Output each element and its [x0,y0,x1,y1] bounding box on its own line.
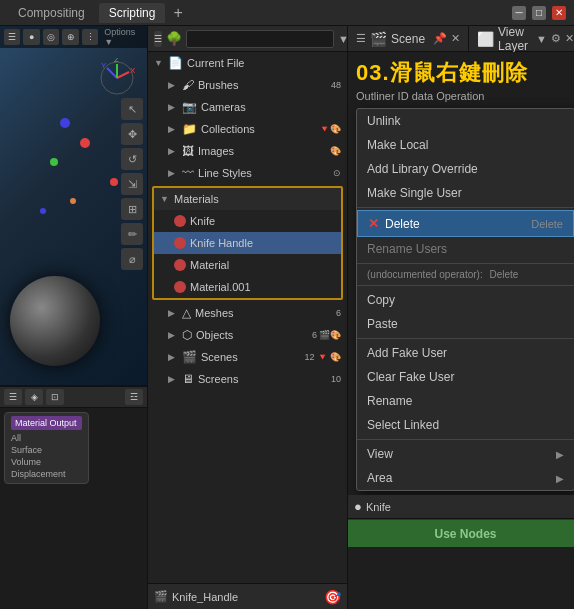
outliner-item-label: Current File [187,57,244,69]
material-icon [174,215,186,227]
node-view-button[interactable]: ☲ [125,389,143,405]
arrow-icon: ▶ [168,80,180,90]
tab-compositing[interactable]: Compositing [8,3,95,23]
left-panel: ☰ ● ◎ ⊕ ⋮ Options ▼ X Y [0,26,148,609]
view-layer-close-icon[interactable]: ✕ [565,32,574,45]
close-button[interactable]: ✕ [552,6,566,20]
outliner-item-scenes[interactable]: ▶ 🎬 Scenes 12 🔻 🎨 [148,346,347,368]
ctx-item-view[interactable]: View ▶ [357,442,574,466]
add-tab-button[interactable]: + [169,4,186,22]
mat-item-material-001[interactable]: Material.001 [154,276,341,298]
ctx-item-label: View [367,447,393,461]
mat-item-label: Knife [190,215,215,227]
outliner-item-screens[interactable]: ▶ 🖥 Screens 10 [148,368,347,390]
right-panel: ☰ 🎬 Scene 📌 ✕ ⬜ View Layer ▼ ⚙ ✕ 03.滑鼠右鍵… [348,26,574,609]
ctx-item-label: Rename [367,394,412,408]
outliner-item-images[interactable]: ▶ 🖼 Images 🎨 [148,140,347,162]
mat-item-material[interactable]: Material [154,254,341,276]
ctx-item-label: Area [367,471,392,485]
tool-move[interactable]: ✥ [121,123,143,145]
ctx-item-unlink[interactable]: Unlink [357,109,574,133]
scene-dot-green [50,158,58,166]
tool-cursor[interactable]: ↖ [121,98,143,120]
tool-rotate[interactable]: ↺ [121,148,143,170]
ctx-item-label: Delete [385,217,420,231]
bottom-action-icon[interactable]: 🎯 [324,589,341,605]
ctx-item-area[interactable]: Area ▶ [357,466,574,490]
ctx-item-make-single-user[interactable]: Make Single User [357,181,574,205]
material-sphere-icon: ● [354,499,362,514]
scene-dot-blue [60,118,70,128]
scene-close-icon[interactable]: ✕ [451,32,460,45]
ctx-item-label: Unlink [367,114,400,128]
node-type-button[interactable]: ◈ [25,389,43,405]
3d-viewport[interactable]: ☰ ● ◎ ⊕ ⋮ Options ▼ X Y [0,26,147,386]
use-nodes-button[interactable]: Use Nodes [348,519,574,547]
ctx-item-add-library-override[interactable]: Add Library Override [357,157,574,181]
ctx-item-delete[interactable]: ✕ Delete Delete [357,210,574,237]
mat-item-label: Material [190,259,229,271]
outliner-item-current-file[interactable]: ▼ 📄 Current File [148,52,347,74]
tool-scale[interactable]: ⇲ [121,173,143,195]
header-menu-icon[interactable]: ☰ [356,32,366,45]
tool-measure[interactable]: ⌀ [121,248,143,270]
view-layer-pin-icon[interactable]: ⚙ [551,32,561,45]
outliner-icon: 🌳 [166,31,182,46]
tool-transform[interactable]: ⊞ [121,198,143,220]
tool-annotate[interactable]: ✏ [121,223,143,245]
mat-item-knife-handle[interactable]: Knife Handle [154,232,341,254]
viewport-options-button[interactable]: ⋮ [82,29,98,45]
viewport-shade-button[interactable]: ● [23,29,39,45]
outliner-item-label: Objects [196,329,233,341]
ctx-item-paste[interactable]: Paste [357,312,574,336]
outliner-item-label: Images [198,145,234,157]
tab-bar: Compositing Scripting + [0,3,504,23]
node-editor: ☰ ◈ ⊡ ☲ Material Output All Surface Volu… [0,386,147,608]
main-layout: ☰ ● ◎ ⊕ ⋮ Options ▼ X Y [0,26,574,609]
node-editor-content: Material Output All Surface Volume Displ… [0,408,147,603]
ctx-item-copy[interactable]: Copy [357,288,574,312]
mat-item-knife[interactable]: Knife [154,210,341,232]
ctx-item-clear-fake-user[interactable]: Clear Fake User [357,365,574,389]
mat-item-label: Knife Handle [190,237,253,249]
outliner-item-cameras[interactable]: ▶ 📷 Cameras [148,96,347,118]
maximize-button[interactable]: □ [532,6,546,20]
outliner-item-line-styles[interactable]: ▶ 〰 Line Styles ⊙ [148,162,347,184]
ctx-item-rename-users[interactable]: Rename Users [357,237,574,261]
ctx-separator-5 [357,439,574,440]
outliner-item-collections[interactable]: ▶ 📁 Collections 🔻🎨 [148,118,347,140]
ctx-item-label: Clear Fake User [367,370,454,384]
window-controls: ─ □ ✕ [504,6,574,20]
materials-header[interactable]: ▼ Materials [154,188,341,210]
ctx-item-label: Make Single User [367,186,462,200]
node-card-material-output[interactable]: Material Output All Surface Volume Displ… [4,412,89,484]
scene-icon: 🎬 [370,31,387,47]
viewport-overlay-button[interactable]: ◎ [43,29,59,45]
node-snap-button[interactable]: ⊡ [46,389,64,405]
outliner-item-objects[interactable]: ▶ ⬡ Objects 6 🎬🎨 [148,324,347,346]
scene-pin-icon[interactable]: 📌 [433,32,447,45]
ctx-item-rename[interactable]: Rename [357,389,574,413]
view-layer-filter-icon[interactable]: ▼ [536,33,547,45]
ctx-item-select-linked[interactable]: Select Linked [357,413,574,437]
material-sphere-preview [10,276,100,366]
node-card-item-3: Displacement [11,468,82,480]
outliner-item-brushes[interactable]: ▶ 🖌 Brushes 48 [148,74,347,96]
viewport-menu-button[interactable]: ☰ [4,29,20,45]
outliner-search-input[interactable] [186,30,334,48]
outliner-menu-button[interactable]: ☰ [154,31,162,47]
outliner-item-meshes[interactable]: ▶ △ Meshes 6 [148,302,347,324]
ctx-item-make-local[interactable]: Make Local [357,133,574,157]
ctx-item-add-fake-user[interactable]: Add Fake User [357,341,574,365]
badge-screens: 10 [331,374,341,384]
x-icon: ✕ [368,216,379,231]
collection-icon: 📁 [182,122,197,136]
tab-scripting[interactable]: Scripting [99,3,166,23]
viewport-gizmo-button[interactable]: ⊕ [62,29,78,45]
ctx-item-label: Copy [367,293,395,307]
view-layer-icon: ⬜ [477,31,494,47]
node-editor-header: ☰ ◈ ⊡ ☲ [0,386,147,408]
minimize-button[interactable]: ─ [512,6,526,20]
node-menu-button[interactable]: ☰ [4,389,22,405]
svg-text:Z: Z [114,58,119,64]
